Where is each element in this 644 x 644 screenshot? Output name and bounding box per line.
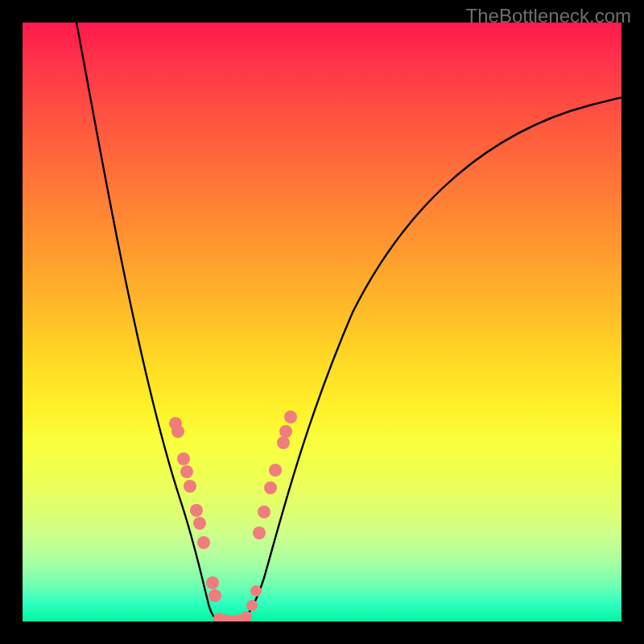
data-point	[269, 464, 282, 477]
plot-area	[23, 23, 621, 621]
chart-frame: TheBottleneck.com	[0, 0, 644, 644]
data-point	[193, 517, 206, 530]
data-point	[250, 585, 262, 597]
data-point	[258, 506, 270, 518]
data-point	[279, 425, 292, 438]
data-point	[184, 480, 196, 493]
data-point	[241, 611, 252, 621]
data-point	[253, 526, 266, 539]
data-point	[284, 411, 297, 423]
data-point	[171, 425, 184, 438]
scatter-dots	[169, 411, 297, 621]
data-point	[180, 465, 193, 478]
data-point	[277, 436, 290, 449]
bottleneck-curve-svg	[23, 23, 621, 621]
data-point	[206, 576, 219, 589]
bottleneck-curve	[76, 23, 621, 621]
data-point	[246, 600, 258, 611]
data-point	[190, 504, 203, 517]
data-point	[177, 452, 190, 465]
data-point	[264, 481, 277, 494]
data-point	[197, 536, 210, 549]
data-point	[208, 589, 221, 602]
